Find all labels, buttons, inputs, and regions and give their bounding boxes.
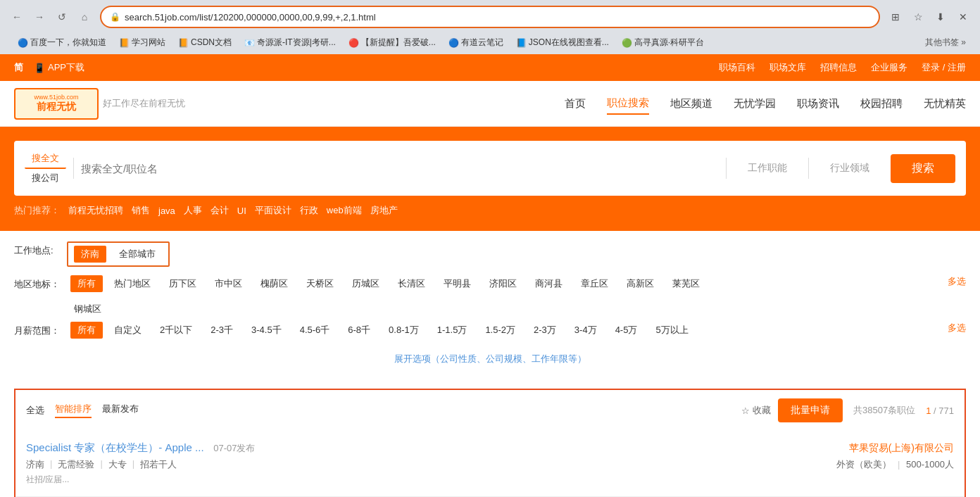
forward-button[interactable]: → — [30, 7, 49, 27]
salary-2-3w[interactable]: 2-3万 — [527, 322, 563, 339]
bookmark-item[interactable]: 🟢 高寻真源·科研平台 — [618, 35, 708, 50]
search-section: 搜全文 搜公司 工作职能 行业领域 搜索 热门推荐： 前程无忧招聘 销售 jav… — [0, 127, 980, 231]
district-tianqiao[interactable]: 天桥区 — [299, 275, 341, 292]
salary-6-8k[interactable]: 6-8千 — [341, 322, 377, 339]
district-hot[interactable]: 热门地区 — [107, 275, 158, 292]
nav-academy[interactable]: 无忧学园 — [734, 94, 776, 114]
tab-company[interactable]: 搜公司 — [25, 169, 66, 187]
hot-tag-qiancheng[interactable]: 前程无忧招聘 — [68, 204, 123, 217]
district-laiwu[interactable]: 莱芜区 — [665, 275, 707, 292]
grid-icon[interactable]: ⊞ — [886, 7, 905, 27]
select-all[interactable]: 全选 — [26, 404, 44, 417]
close-icon[interactable]: ✕ — [953, 7, 973, 27]
salary-3-45k[interactable]: 3-4.5千 — [244, 322, 289, 339]
star-icon[interactable]: ☆ — [908, 7, 928, 27]
bookmark-label: 高寻真源·科研平台 — [634, 37, 704, 49]
brief-link[interactable]: 简 — [14, 61, 23, 74]
collect-button[interactable]: ☆ 收藏 — [741, 404, 771, 417]
district-pingming[interactable]: 平明县 — [436, 275, 478, 292]
top-header-right: 职场百科 职场文库 招聘信息 企业服务 登录 / 注册 — [719, 61, 966, 74]
nav-campus[interactable]: 校园招聘 — [860, 94, 903, 114]
search-input[interactable] — [81, 163, 719, 175]
district-huaiyin[interactable]: 槐荫区 — [253, 275, 295, 292]
hot-tag-hr[interactable]: 人事 — [184, 204, 202, 217]
nav-job-search[interactable]: 职位搜索 — [607, 93, 649, 115]
hot-tag-design[interactable]: 平面设计 — [255, 204, 291, 217]
sort-latest[interactable]: 最新发布 — [102, 403, 139, 418]
district-shanghe[interactable]: 商河县 — [528, 275, 570, 292]
salary-15-2w[interactable]: 1.5-2万 — [478, 322, 522, 339]
salary-4-5w[interactable]: 4-5万 — [608, 322, 645, 339]
bookmark-item[interactable]: 📙 学习网站 — [115, 35, 169, 50]
bookmark-item[interactable]: 🔵 百度一下，你就知道 — [14, 35, 110, 50]
location-label: 工作地点: — [14, 244, 56, 257]
nav-enterprise[interactable]: 企业服务 — [871, 61, 907, 74]
salary-2-3k[interactable]: 2-3千 — [203, 322, 240, 339]
hot-tag-java[interactable]: java — [158, 206, 175, 216]
job-title[interactable]: Specialist 专家（在校学生）- Apple ... — [26, 441, 204, 453]
nav-regional[interactable]: 地区频道 — [670, 94, 712, 114]
nav-elite[interactable]: 无忧精英 — [924, 94, 966, 114]
district-jiyang[interactable]: 济阳区 — [482, 275, 524, 292]
address-bar[interactable]: 🔒 search.51job.com/list/120200,000000,00… — [100, 6, 880, 28]
refresh-button[interactable]: ↺ — [52, 7, 72, 27]
salary-08-1w[interactable]: 0.8-1万 — [382, 322, 426, 339]
hot-tag-realestate[interactable]: 房地产 — [370, 204, 398, 217]
nav-news[interactable]: 职场资讯 — [797, 94, 839, 114]
tab-full-text[interactable]: 搜全文 — [25, 149, 66, 169]
search-button[interactable]: 搜索 — [891, 154, 955, 183]
district-gaoxin[interactable]: 高新区 — [620, 275, 661, 292]
nav-home[interactable]: 首页 — [565, 94, 586, 114]
hot-tag-admin[interactable]: 行政 — [300, 204, 318, 217]
site-logo[interactable]: www.51job.com 前程无忧 — [14, 88, 99, 120]
selected-city[interactable]: 济南 — [74, 246, 106, 263]
job-function-btn[interactable]: 工作职能 — [734, 162, 801, 175]
district-multi-select[interactable]: 多选 — [948, 275, 966, 292]
home-button[interactable]: ⌂ — [75, 7, 94, 27]
bookmark-icon: 🔵 — [448, 38, 459, 48]
bookmark-icon: 📙 — [119, 38, 130, 48]
nav-login[interactable]: 登录 / 注册 — [922, 61, 966, 74]
back-button[interactable]: ← — [7, 7, 27, 27]
bookmark-item[interactable]: 🔵 有道云笔记 — [445, 35, 507, 50]
all-cities[interactable]: 全部城市 — [112, 246, 163, 263]
salary-45-6k[interactable]: 4.5-6千 — [293, 322, 337, 339]
district-changqing[interactable]: 长清区 — [391, 275, 432, 292]
district-shizhong[interactable]: 市中区 — [208, 275, 249, 292]
bookmark-item[interactable]: 📙 CSDN文档 — [175, 35, 235, 50]
hot-tag-sales[interactable]: 销售 — [132, 204, 150, 217]
hot-tag-web[interactable]: web前端 — [327, 204, 362, 217]
industry-btn[interactable]: 行业领域 — [816, 162, 884, 175]
job-location: 济南 — [26, 458, 44, 471]
nav-zhichang-baike[interactable]: 职场百科 — [719, 61, 755, 74]
bookmark-item[interactable]: 📧 奇源派-IT资源|考研... — [241, 35, 339, 50]
sort-smart[interactable]: 智能排序 — [55, 403, 92, 418]
salary-3-4w[interactable]: 3-4万 — [567, 322, 604, 339]
salary-2k-below[interactable]: 2千以下 — [153, 322, 199, 339]
hot-tags: 热门推荐： 前程无忧招聘 销售 java 人事 会计 UI 平面设计 行政 we… — [14, 204, 966, 217]
company-name[interactable]: 苹果贸易(上海)有限公司 — [849, 442, 954, 455]
hot-tag-ui[interactable]: UI — [237, 206, 246, 216]
district-zhangqiu[interactable]: 章丘区 — [574, 275, 615, 292]
bookmark-item[interactable]: 🔴 【新提醒】吾爱破... — [345, 35, 439, 50]
bookmark-more[interactable]: 其他书签 » — [925, 37, 966, 49]
job-item[interactable]: Specialist 专家（在校学生）- Apple ... 07-07发布 苹… — [15, 431, 965, 497]
salary-all[interactable]: 所有 — [70, 322, 103, 339]
district-licheng[interactable]: 历城区 — [345, 275, 387, 292]
download-icon[interactable]: ⬇ — [931, 7, 950, 27]
app-download[interactable]: 📱 APP下载 — [34, 61, 84, 74]
bookmark-icon: 📙 — [178, 38, 189, 48]
district-lixia[interactable]: 历下区 — [162, 275, 203, 292]
hot-tag-accounting[interactable]: 会计 — [211, 204, 229, 217]
bookmark-item[interactable]: 📘 JSON在线视图查看... — [513, 35, 612, 50]
nav-zhaopin[interactable]: 招聘信息 — [820, 61, 857, 74]
district-all[interactable]: 所有 — [70, 275, 103, 292]
salary-1-15w[interactable]: 1-1.5万 — [430, 322, 475, 339]
salary-custom[interactable]: 自定义 — [107, 322, 149, 339]
expand-link[interactable]: 展开选项（公司性质、公司规模、工作年限等） — [394, 353, 586, 364]
salary-5w-above[interactable]: 5万以上 — [648, 322, 695, 339]
batch-apply-button[interactable]: 批量申请 — [778, 398, 843, 422]
district-gangcheng[interactable]: 钢城区 — [67, 301, 108, 317]
nav-zhichang-wenku[interactable]: 职场文库 — [769, 61, 806, 74]
salary-multi-select[interactable]: 多选 — [948, 322, 966, 339]
